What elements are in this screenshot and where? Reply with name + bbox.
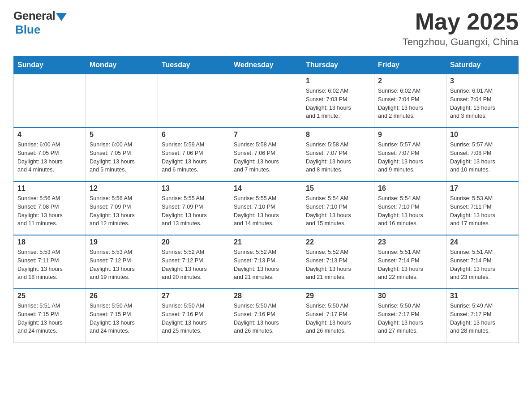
day-info: Sunrise: 5:50 AM Sunset: 7:15 PM Dayligh… <box>90 302 154 335</box>
day-info: Sunrise: 5:50 AM Sunset: 7:17 PM Dayligh… <box>378 302 442 335</box>
logo: General Blue <box>13 9 67 37</box>
month-year-title: May 2025 <box>403 9 519 34</box>
page-header: General Blue May 2025 Tengzhou, Guangxi,… <box>13 9 519 48</box>
day-info: Sunrise: 5:58 AM Sunset: 7:06 PM Dayligh… <box>234 141 298 174</box>
day-number: 26 <box>90 292 154 300</box>
calendar-cell: 24Sunrise: 5:51 AM Sunset: 7:14 PM Dayli… <box>446 235 519 289</box>
day-info: Sunrise: 5:51 AM Sunset: 7:14 PM Dayligh… <box>450 248 515 282</box>
day-info: Sunrise: 5:53 AM Sunset: 7:11 PM Dayligh… <box>450 194 515 228</box>
day-info: Sunrise: 5:50 AM Sunset: 7:17 PM Dayligh… <box>306 302 370 335</box>
day-info: Sunrise: 5:49 AM Sunset: 7:17 PM Dayligh… <box>450 302 515 335</box>
weekday-header-row: SundayMondayTuesdayWednesdayThursdayFrid… <box>14 56 519 74</box>
week-row-5: 25Sunrise: 5:51 AM Sunset: 7:15 PM Dayli… <box>14 289 519 342</box>
calendar-cell: 18Sunrise: 5:53 AM Sunset: 7:11 PM Dayli… <box>14 235 86 289</box>
day-number: 9 <box>378 131 442 139</box>
week-row-2: 4Sunrise: 6:00 AM Sunset: 7:05 PM Daylig… <box>14 128 519 181</box>
calendar-cell: 15Sunrise: 5:54 AM Sunset: 7:10 PM Dayli… <box>302 181 374 235</box>
title-section: May 2025 Tengzhou, Guangxi, China <box>403 9 519 48</box>
day-number: 16 <box>378 184 442 193</box>
calendar-cell: 20Sunrise: 5:52 AM Sunset: 7:12 PM Dayli… <box>158 235 230 289</box>
calendar-cell: 23Sunrise: 5:51 AM Sunset: 7:14 PM Dayli… <box>374 235 446 289</box>
calendar-cell: 10Sunrise: 5:57 AM Sunset: 7:08 PM Dayli… <box>446 128 519 181</box>
day-number: 31 <box>450 292 515 300</box>
day-info: Sunrise: 5:58 AM Sunset: 7:07 PM Dayligh… <box>306 141 370 174</box>
week-row-1: 1Sunrise: 6:02 AM Sunset: 7:03 PM Daylig… <box>14 74 519 128</box>
day-info: Sunrise: 5:52 AM Sunset: 7:13 PM Dayligh… <box>234 248 298 282</box>
calendar-cell: 31Sunrise: 5:49 AM Sunset: 7:17 PM Dayli… <box>446 289 519 342</box>
calendar-cell: 25Sunrise: 5:51 AM Sunset: 7:15 PM Dayli… <box>14 289 86 342</box>
calendar-cell: 11Sunrise: 5:56 AM Sunset: 7:08 PM Dayli… <box>14 181 86 235</box>
calendar-cell: 9Sunrise: 5:57 AM Sunset: 7:07 PM Daylig… <box>374 128 446 181</box>
calendar-cell: 12Sunrise: 5:56 AM Sunset: 7:09 PM Dayli… <box>86 181 158 235</box>
day-number: 28 <box>234 292 298 300</box>
day-info: Sunrise: 5:50 AM Sunset: 7:16 PM Dayligh… <box>234 302 298 335</box>
day-number: 21 <box>234 238 298 246</box>
calendar-cell: 19Sunrise: 5:53 AM Sunset: 7:12 PM Dayli… <box>86 235 158 289</box>
calendar-table: SundayMondayTuesdayWednesdayThursdayFrid… <box>13 56 519 343</box>
day-number: 30 <box>378 292 442 300</box>
day-number: 19 <box>90 238 154 246</box>
day-number: 7 <box>234 131 298 139</box>
day-number: 1 <box>306 77 370 85</box>
day-number: 3 <box>450 77 515 85</box>
day-info: Sunrise: 5:51 AM Sunset: 7:15 PM Dayligh… <box>17 302 82 335</box>
day-number: 5 <box>90 131 154 139</box>
day-info: Sunrise: 5:52 AM Sunset: 7:12 PM Dayligh… <box>162 248 226 282</box>
calendar-cell: 4Sunrise: 6:00 AM Sunset: 7:05 PM Daylig… <box>14 128 86 181</box>
calendar-cell: 30Sunrise: 5:50 AM Sunset: 7:17 PM Dayli… <box>374 289 446 342</box>
weekday-header-saturday: Saturday <box>446 56 519 74</box>
day-number: 2 <box>378 77 442 85</box>
calendar-cell: 26Sunrise: 5:50 AM Sunset: 7:15 PM Dayli… <box>86 289 158 342</box>
day-number: 24 <box>450 238 515 246</box>
day-number: 15 <box>306 184 370 193</box>
day-info: Sunrise: 5:52 AM Sunset: 7:13 PM Dayligh… <box>306 248 370 282</box>
week-row-4: 18Sunrise: 5:53 AM Sunset: 7:11 PM Dayli… <box>14 235 519 289</box>
calendar-cell: 22Sunrise: 5:52 AM Sunset: 7:13 PM Dayli… <box>302 235 374 289</box>
day-number: 22 <box>306 238 370 246</box>
day-info: Sunrise: 5:54 AM Sunset: 7:10 PM Dayligh… <box>378 194 442 228</box>
calendar-cell: 28Sunrise: 5:50 AM Sunset: 7:16 PM Dayli… <box>230 289 302 342</box>
calendar-cell: 16Sunrise: 5:54 AM Sunset: 7:10 PM Dayli… <box>374 181 446 235</box>
day-number: 23 <box>378 238 442 246</box>
day-number: 6 <box>162 131 226 139</box>
day-number: 27 <box>162 292 226 300</box>
weekday-header-monday: Monday <box>86 56 158 74</box>
day-info: Sunrise: 5:56 AM Sunset: 7:08 PM Dayligh… <box>17 194 82 228</box>
calendar-cell: 17Sunrise: 5:53 AM Sunset: 7:11 PM Dayli… <box>446 181 519 235</box>
calendar-cell: 27Sunrise: 5:50 AM Sunset: 7:16 PM Dayli… <box>158 289 230 342</box>
calendar-cell: 21Sunrise: 5:52 AM Sunset: 7:13 PM Dayli… <box>230 235 302 289</box>
logo-blue-text: Blue <box>15 23 40 37</box>
weekday-header-wednesday: Wednesday <box>230 56 302 74</box>
day-number: 18 <box>17 238 82 246</box>
day-info: Sunrise: 5:56 AM Sunset: 7:09 PM Dayligh… <box>90 194 154 228</box>
day-number: 12 <box>90 184 154 193</box>
day-info: Sunrise: 5:57 AM Sunset: 7:08 PM Dayligh… <box>450 141 515 174</box>
calendar-cell: 2Sunrise: 6:02 AM Sunset: 7:04 PM Daylig… <box>374 74 446 128</box>
day-info: Sunrise: 6:00 AM Sunset: 7:05 PM Dayligh… <box>90 141 154 174</box>
logo-arrow-icon <box>56 13 67 21</box>
calendar-cell <box>230 74 302 128</box>
calendar-cell: 3Sunrise: 6:01 AM Sunset: 7:04 PM Daylig… <box>446 74 519 128</box>
day-info: Sunrise: 5:53 AM Sunset: 7:12 PM Dayligh… <box>90 248 154 282</box>
day-info: Sunrise: 5:59 AM Sunset: 7:06 PM Dayligh… <box>162 141 226 174</box>
calendar-cell <box>86 74 158 128</box>
day-number: 11 <box>17 184 82 193</box>
location-text: Tengzhou, Guangxi, China <box>403 36 519 48</box>
calendar-cell: 5Sunrise: 6:00 AM Sunset: 7:05 PM Daylig… <box>86 128 158 181</box>
day-info: Sunrise: 6:00 AM Sunset: 7:05 PM Dayligh… <box>17 141 82 174</box>
day-number: 10 <box>450 131 515 139</box>
calendar-cell: 8Sunrise: 5:58 AM Sunset: 7:07 PM Daylig… <box>302 128 374 181</box>
day-number: 20 <box>162 238 226 246</box>
day-number: 14 <box>234 184 298 193</box>
day-info: Sunrise: 5:53 AM Sunset: 7:11 PM Dayligh… <box>17 248 82 282</box>
day-info: Sunrise: 5:54 AM Sunset: 7:10 PM Dayligh… <box>306 194 370 228</box>
weekday-header-thursday: Thursday <box>302 56 374 74</box>
logo-general-text: General <box>13 9 55 23</box>
day-info: Sunrise: 5:51 AM Sunset: 7:14 PM Dayligh… <box>378 248 442 282</box>
calendar-cell <box>14 74 86 128</box>
day-info: Sunrise: 6:02 AM Sunset: 7:04 PM Dayligh… <box>378 87 442 120</box>
calendar-cell: 1Sunrise: 6:02 AM Sunset: 7:03 PM Daylig… <box>302 74 374 128</box>
week-row-3: 11Sunrise: 5:56 AM Sunset: 7:08 PM Dayli… <box>14 181 519 235</box>
day-info: Sunrise: 5:57 AM Sunset: 7:07 PM Dayligh… <box>378 141 442 174</box>
day-number: 4 <box>17 131 82 139</box>
